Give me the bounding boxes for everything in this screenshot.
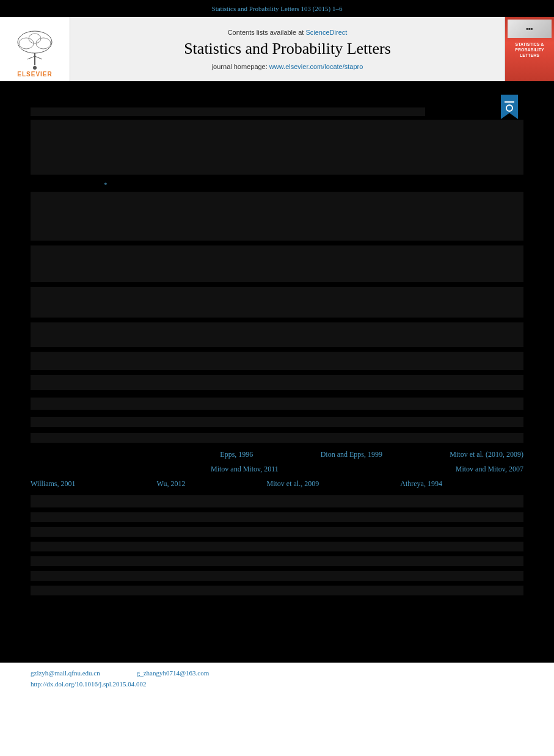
- sciencedirect-link[interactable]: ScienceDirect: [305, 29, 347, 36]
- wu-2012-cite: Wu, 2012: [157, 478, 186, 489]
- mitov-mitov-2007-cite: Mitov and Mitov, 2007: [456, 463, 523, 474]
- journal-homepage-line: journal homepage: www.elsevier.com/locat…: [212, 63, 363, 70]
- dion-epps-1999-cite: Dion and Epps, 1999: [321, 449, 382, 460]
- ref-row-1: Epps, 1996 Dion and Epps, 1999 Mitov et …: [31, 449, 523, 460]
- page: Statistics and Probability Letters 103 (…: [0, 0, 554, 756]
- article-text: * Epps, 1996 Dion and Epps, 1999 Mitov e…: [31, 92, 523, 595]
- email2-link[interactable]: g_zhangyh0714@163.com: [137, 669, 210, 677]
- footnote-marker: *: [104, 180, 108, 190]
- journal-title-block: Contents lists available at ScienceDirec…: [70, 17, 505, 81]
- contents-prefix: Contents lists available at: [228, 29, 306, 36]
- email1-link[interactable]: gzlzyh@mail.qfnu.edu.cn: [31, 669, 100, 677]
- ref-row-3: Williams, 2001 Wu, 2012 Mitov et al., 20…: [31, 478, 523, 489]
- citation-text: Statistics and Probability Letters 103 (…: [212, 5, 343, 12]
- elsevier-label: ELSEVIER: [17, 71, 52, 78]
- athreya-1994-cite: Athreya, 1994: [400, 478, 442, 489]
- williams-2001-cite: Williams, 2001: [31, 478, 76, 489]
- footer-emails: gzlzyh@mail.qfnu.edu.cn g_zhangyh0714@16…: [31, 669, 523, 677]
- elsevier-tree-icon: [9, 30, 61, 70]
- mitov-et-al-2009-cite: Mitov et al., 2009: [267, 478, 319, 489]
- contents-line: Contents lists available at ScienceDirec…: [228, 29, 348, 36]
- mitov-mitov-2011-cite: Mitov and Mitov, 2011: [211, 463, 279, 474]
- epps-1996-cite: Epps, 1996: [220, 449, 253, 460]
- bookmark-icon: [498, 95, 520, 122]
- doi-link[interactable]: http://dx.doi.org/10.1016/j.spl.2015.04.…: [31, 680, 147, 688]
- mitov-2010-2009-cite: Mitov et al. (2010, 2009): [450, 449, 523, 460]
- top-citation-bar: Statistics and Probability Letters 103 (…: [0, 0, 554, 17]
- journal-header: ELSEVIER Contents lists available at Sci…: [0, 17, 554, 82]
- cover-image-placeholder: ■■■: [527, 27, 533, 31]
- cover-title: STATISTICS & PROBABILITY LETTERS: [515, 42, 544, 58]
- svg-point-8: [33, 66, 37, 70]
- footer-doi: http://dx.doi.org/10.1016/j.spl.2015.04.…: [31, 679, 523, 689]
- journal-main-title: Statistics and Probability Letters: [184, 40, 391, 58]
- footer-section: gzlzyh@mail.qfnu.edu.cn g_zhangyh0714@16…: [0, 663, 554, 698]
- elsevier-logo-block: ELSEVIER: [0, 17, 70, 81]
- main-content: * Epps, 1996 Dion and Epps, 1999 Mitov e…: [0, 82, 554, 663]
- journal-cover: ■■■ STATISTICS & PROBABILITY LETTERS: [505, 17, 554, 81]
- ref-row-2: Mitov and Mitov, 2011 Mitov and Mitov, 2…: [31, 463, 523, 474]
- homepage-prefix: journal homepage:: [212, 63, 269, 70]
- homepage-link[interactable]: www.elsevier.com/locate/stapro: [269, 63, 363, 70]
